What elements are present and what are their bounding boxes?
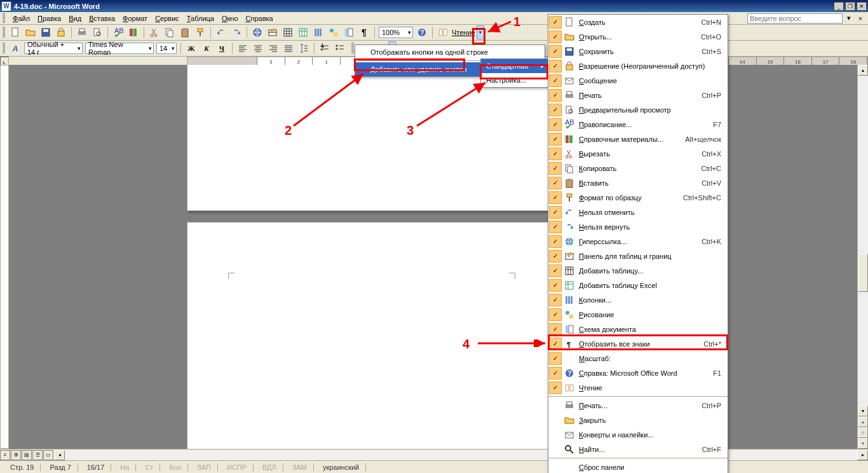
preview-button[interactable] — [90, 25, 104, 39]
menu-сервис[interactable]: Сервис — [151, 13, 183, 24]
numbering-button[interactable]: 12 — [318, 41, 332, 55]
command-item[interactable]: ✓Справочные материалы...Alt+щелчок — [548, 132, 728, 146]
undo-button[interactable] — [214, 25, 228, 39]
new-button[interactable] — [8, 25, 22, 39]
command-item[interactable]: Сброс панели — [548, 460, 728, 473]
bullets-button[interactable] — [333, 41, 347, 55]
hyperlink-button[interactable] — [250, 25, 264, 39]
menu-окно[interactable]: Окно — [218, 13, 242, 24]
horizontal-scrollbar[interactable]: ◂ ▸ — [54, 450, 868, 460]
scroll-up-button[interactable]: ▴ — [858, 65, 868, 76]
italic-button[interactable]: К — [200, 41, 214, 55]
toolbar-grip[interactable] — [3, 27, 5, 38]
font-combo[interactable]: Times New Roman — [85, 43, 154, 54]
reading-label[interactable]: Чтение — [452, 29, 475, 36]
redo-button[interactable] — [229, 25, 243, 39]
menu-вид[interactable]: Вид — [65, 13, 85, 24]
command-item[interactable]: ✓Формат по образцуCtrl+Shift+C — [548, 190, 728, 205]
command-item[interactable]: ✓Добавить таблицу... — [548, 263, 728, 278]
toolbar-grip[interactable] — [351, 43, 354, 54]
scroll-down-button[interactable]: ▾ — [858, 406, 868, 416]
document-page[interactable] — [187, 222, 557, 449]
align-center-button[interactable] — [251, 41, 265, 55]
menu-формат[interactable]: Формат — [119, 13, 151, 24]
scroll-left-button[interactable]: ◂ — [54, 450, 65, 460]
scroll-right-button[interactable]: ▸ — [857, 450, 868, 460]
help-button[interactable]: ? — [415, 25, 429, 39]
align-justify-button[interactable] — [281, 41, 295, 55]
command-item[interactable]: ✓Рисование — [548, 307, 728, 322]
zoom-combo[interactable]: 100% — [379, 27, 413, 38]
menu-вставка[interactable]: Вставка — [85, 13, 119, 24]
format-painter-button[interactable] — [193, 25, 207, 39]
menu-правка[interactable]: Правка — [34, 13, 65, 24]
command-item[interactable]: ✓СохранитьCtrl+S — [548, 44, 728, 58]
permission-button[interactable] — [54, 25, 68, 39]
command-item[interactable]: ✓ABCПравописание...F7 — [548, 117, 728, 132]
command-item[interactable]: ✓Масштаб: — [548, 351, 728, 366]
bold-button[interactable]: Ж — [184, 41, 198, 55]
command-item[interactable]: ✓Открыть...Ctrl+O — [548, 29, 728, 44]
toolbar-grip[interactable] — [3, 43, 5, 54]
line-spacing-button[interactable] — [297, 41, 311, 55]
command-item[interactable]: ✓Нельзя вернуть — [548, 219, 728, 234]
command-item[interactable]: ✓Чтение — [548, 380, 728, 395]
close-button[interactable]: ✕ — [857, 2, 867, 11]
command-item[interactable]: ✓?Справка: Microsoft Office WordF1 — [548, 366, 728, 380]
command-item[interactable]: Найти...Ctrl+F — [548, 442, 728, 456]
normal-view-button[interactable]: ≡ — [0, 450, 10, 460]
help-dropdown[interactable]: ▾ — [844, 14, 854, 23]
scroll-thumb[interactable] — [858, 254, 868, 292]
restore-button[interactable]: ❐ — [845, 2, 855, 11]
reading-layout-icon[interactable] — [436, 25, 450, 39]
reading-view-button[interactable]: ▭ — [43, 450, 53, 460]
research-button[interactable] — [126, 25, 140, 39]
browse-next-button[interactable]: ▾ — [858, 438, 868, 449]
menu-файл[interactable]: Файл — [9, 13, 34, 24]
command-item[interactable]: Закрыть — [548, 413, 728, 427]
cut-button[interactable] — [147, 25, 161, 39]
command-item[interactable]: ✓Добавить таблицу Excel — [548, 278, 728, 292]
align-left-button[interactable] — [236, 41, 250, 55]
copy-button[interactable] — [163, 25, 177, 39]
style-combo[interactable]: Обычный + 14 г — [24, 43, 83, 54]
spelling-button[interactable]: ABC — [111, 25, 125, 39]
toolbar-grip[interactable] — [3, 13, 5, 24]
tables-borders-button[interactable] — [266, 25, 280, 39]
command-item[interactable]: ✓Нельзя отменить — [548, 205, 728, 219]
vertical-scrollbar[interactable]: ▴ ▾ ▴ ○ ▾ — [857, 65, 868, 449]
align-right-button[interactable] — [266, 41, 280, 55]
command-item[interactable]: ✓КопироватьCtrl+C — [548, 161, 728, 175]
size-combo[interactable]: 14 — [156, 43, 177, 54]
command-item[interactable]: ✓ПечатьCtrl+P — [548, 88, 728, 102]
help-close[interactable]: × — [855, 14, 865, 23]
standard-toolbar-item[interactable]: Стандартная▸ — [481, 59, 548, 73]
command-item[interactable]: ✓ВставитьCtrl+V — [548, 175, 728, 190]
ask-input[interactable] — [747, 13, 843, 24]
menu-таблица[interactable]: Таблица — [183, 13, 218, 24]
styles-button[interactable]: A — [8, 41, 22, 55]
customize-item[interactable]: Настройка... — [481, 73, 548, 87]
drawing-button[interactable] — [327, 25, 341, 39]
open-button[interactable] — [24, 25, 37, 39]
pilcrow-button[interactable]: ¶ — [357, 25, 371, 39]
save-button[interactable] — [39, 25, 53, 39]
insert-excel-button[interactable] — [296, 25, 310, 39]
command-item[interactable]: ✓Гиперссылка...Ctrl+K — [548, 234, 728, 249]
paste-button[interactable] — [178, 25, 192, 39]
command-item[interactable]: ✓ВырезатьCtrl+X — [548, 146, 728, 161]
menu-справка[interactable]: Справка — [242, 13, 277, 24]
browse-object-button[interactable]: ○ — [858, 427, 868, 438]
columns-button[interactable] — [311, 25, 325, 39]
command-item[interactable]: ✓Сообщение — [548, 73, 728, 88]
print-view-button[interactable]: ▤ — [22, 450, 32, 460]
outline-view-button[interactable]: ☰ — [32, 450, 43, 460]
web-view-button[interactable]: ⊞ — [11, 450, 21, 460]
command-item[interactable]: ✓Разрешение (Неограниченный доступ) — [548, 58, 728, 73]
vertical-ruler[interactable] — [0, 65, 9, 449]
command-item[interactable]: ✓Панель для таблиц и границ — [548, 249, 728, 263]
insert-table-button[interactable] — [281, 25, 295, 39]
browse-prev-button[interactable]: ▴ — [858, 416, 868, 427]
command-item[interactable]: Печать...Ctrl+P — [548, 398, 728, 413]
command-item[interactable]: ✓Схема документа — [548, 322, 728, 336]
